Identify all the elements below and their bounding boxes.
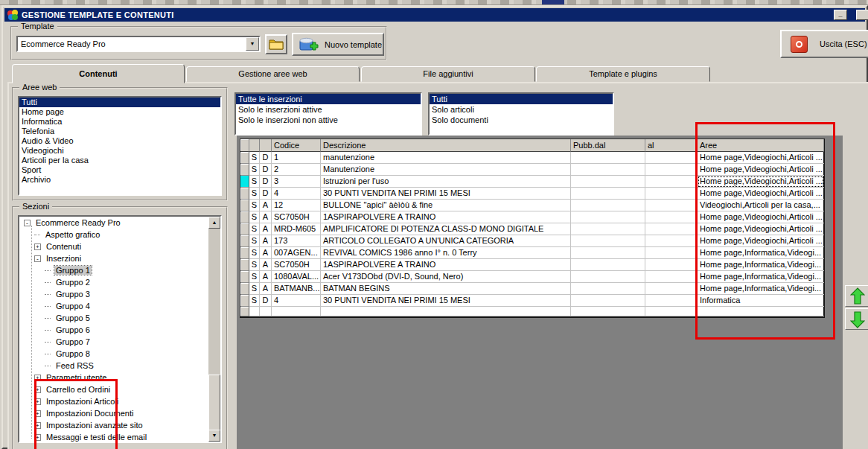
new-template-button[interactable]: Nuovo template: [292, 33, 384, 56]
tree-item-label[interactable]: Gruppo 7: [54, 337, 92, 346]
list-item[interactable]: Home page: [19, 107, 220, 117]
tree-item[interactable]: +Impostazioni avanzate sito: [19, 419, 220, 431]
tree-item-label[interactable]: Contenuti: [45, 242, 83, 251]
minimize-button[interactable]: _: [834, 10, 847, 20]
tree-item[interactable]: Gruppo 7: [19, 336, 220, 348]
tree-item[interactable]: +Carrello ed Ordini: [19, 383, 220, 395]
move-down-button[interactable]: [845, 308, 868, 330]
tree-item[interactable]: Gruppo 2: [19, 276, 220, 288]
expand-icon[interactable]: +: [34, 434, 41, 441]
row-selector-cell[interactable]: [240, 295, 249, 307]
scrollbar-thumb[interactable]: [208, 375, 220, 433]
expand-icon[interactable]: +: [34, 422, 41, 429]
collapse-icon[interactable]: -: [24, 220, 31, 226]
tree-item-label[interactable]: Impostazioni Articoli: [45, 397, 120, 406]
row-selector-cell[interactable]: [240, 211, 249, 223]
tree-item-label[interactable]: Impostazioni Documenti: [45, 409, 135, 418]
row-selector-cell[interactable]: [240, 271, 249, 283]
collapse-icon[interactable]: -: [34, 255, 41, 262]
table-row[interactable]: S D 1 manutenzione Home page,Videogiochi…: [240, 152, 823, 164]
list-item[interactable]: Solo le inserzioni attive: [236, 104, 421, 115]
tree-item[interactable]: Gruppo 1: [19, 264, 220, 276]
tree-item[interactable]: +Parametri utente: [19, 372, 220, 383]
tree-item[interactable]: Gruppo 6: [19, 324, 220, 336]
tab-template-e-plugins[interactable]: Template e plugins: [536, 66, 710, 82]
combobox-dropdown-button[interactable]: ▼: [246, 37, 259, 51]
table-row[interactable]: S A 12 BULLONE ''apici'' àèìòù & fine Vi…: [240, 200, 823, 211]
table-row[interactable]: S A SC7050H 1ASPIRAPOLVERE A TRAINO Home…: [240, 259, 823, 271]
expand-icon[interactable]: +: [34, 386, 41, 393]
exit-button[interactable]: Uscita (ESC): [780, 30, 868, 58]
expand-icon[interactable]: +: [34, 375, 41, 381]
tree-item[interactable]: +Contenuti: [19, 241, 220, 252]
table-row[interactable]: S A MRD-M605 AMPLIFICATORE DI POTENZA CL…: [240, 223, 823, 235]
tree-item-label[interactable]: Gruppo 5: [54, 313, 92, 322]
row-selector-cell[interactable]: [240, 152, 249, 164]
tree-item[interactable]: Gruppo 4: [19, 300, 220, 312]
cell-aree[interactable]: Home page,Informatica,Videogi...: [698, 271, 824, 283]
cell-aree[interactable]: Videogiochi,Articoli per la casa,...: [698, 200, 824, 211]
tree-item[interactable]: +Impostazioni Documenti: [19, 407, 220, 419]
table-row[interactable]: S D 4 30 PUNTI VENDITA NEI PRIMI 15 MESI…: [240, 188, 823, 200]
table-row[interactable]: S A SC7050H 1ASPIRAPOLVERE A TRAINO Home…: [240, 211, 823, 223]
list-item[interactable]: Telefonia: [19, 127, 220, 136]
scroll-down-icon[interactable]: ▼: [208, 430, 220, 442]
tree-item[interactable]: Gruppo 5: [19, 312, 220, 324]
row-selector-cell[interactable]: [240, 200, 249, 211]
tree-item[interactable]: -Inserzioni: [19, 252, 220, 264]
list-item[interactable]: Videogiochi: [19, 146, 220, 156]
tree-item-label[interactable]: Inserzioni: [45, 254, 83, 263]
table-row[interactable]: S A BATMANB... BATMAN BEGINS Home page,I…: [240, 283, 823, 295]
active-row-marker[interactable]: [240, 176, 249, 188]
cell-aree[interactable]: Home page,Informatica,Videogi...: [698, 283, 824, 295]
cell-aree-focused[interactable]: Home page,Videogiochi,Articoli ...: [698, 176, 824, 188]
list-item[interactable]: Tutti: [430, 94, 613, 104]
row-selector-cell[interactable]: [240, 283, 249, 295]
row-selector-cell[interactable]: [240, 307, 249, 316]
row-selector-cell[interactable]: [240, 259, 249, 271]
tree-item[interactable]: Feed RSS: [19, 360, 220, 372]
move-up-button[interactable]: [845, 285, 868, 307]
header-al[interactable]: al: [645, 139, 698, 152]
tree-item[interactable]: -Ecommerce Ready Pro: [19, 217, 220, 229]
cell-aree[interactable]: Home page,Informatica,Videogi...: [698, 259, 824, 271]
tree-item[interactable]: +Impostazioni Articoli: [19, 395, 220, 407]
list-item[interactable]: Sport: [19, 165, 220, 175]
cell-aree[interactable]: Home page,Videogiochi,Articoli ...: [698, 164, 824, 176]
list-item[interactable]: Archivio: [19, 175, 220, 185]
list-item[interactable]: Informatica: [19, 117, 220, 127]
tab-contenuti[interactable]: Contenuti: [12, 64, 185, 83]
list-item[interactable]: Articoli per la casa: [19, 156, 220, 165]
list-item[interactable]: Solo articoli: [430, 104, 613, 115]
tree-item-label[interactable]: Gruppo 4: [54, 302, 92, 311]
table-row[interactable]: S A 173 ARTICOLO COLLEGATO A UN'UNICA CA…: [240, 235, 823, 247]
row-selector-cell[interactable]: [240, 247, 249, 259]
cell-aree[interactable]: Home page,Videogiochi,Articoli ...: [698, 211, 824, 223]
row-selector-cell[interactable]: [240, 188, 249, 200]
window-button-partial[interactable]: [856, 10, 868, 20]
expand-icon[interactable]: +: [34, 243, 41, 250]
cell-aree[interactable]: Home page,Videogiochi,Articoli ...: [698, 188, 824, 200]
tree-item-label[interactable]: Gruppo 2: [54, 278, 92, 287]
tree-scrollbar[interactable]: ▲ ▼: [208, 217, 220, 442]
list-item[interactable]: Tutti: [19, 98, 220, 107]
table-row-active[interactable]: S D 3 Istruzioni per l'uso Home page,Vid…: [240, 176, 823, 188]
tree-item-label[interactable]: Gruppo 8: [54, 349, 92, 358]
scroll-up-icon[interactable]: ▲: [208, 217, 220, 229]
tree-item-label[interactable]: Impostazioni avanzate sito: [45, 421, 144, 430]
tree-item-label[interactable]: Feed RSS: [54, 361, 95, 370]
row-selector-cell[interactable]: [240, 235, 249, 247]
open-folder-button[interactable]: [265, 34, 287, 54]
tree-item-label[interactable]: Carrello ed Ordini: [45, 385, 112, 394]
list-item[interactable]: Audio & Video: [19, 136, 220, 146]
tree-item[interactable]: Gruppo 8: [19, 348, 220, 360]
cell-aree[interactable]: Home page,Videogiochi,Articoli ...: [698, 152, 824, 164]
tree-item-label[interactable]: Gruppo 6: [54, 325, 92, 334]
list-item[interactable]: Solo documenti: [430, 115, 613, 125]
expand-icon[interactable]: +: [34, 410, 41, 417]
cell-aree[interactable]: Home page,Videogiochi,Articoli ...: [698, 235, 824, 247]
tree-item-label-selected[interactable]: Gruppo 1: [54, 266, 92, 275]
header-pubb-dal[interactable]: Pubb.dal: [571, 139, 645, 152]
expand-icon[interactable]: +: [34, 398, 41, 405]
table-row[interactable]: S D 2 Manutenzione Home page,Videogiochi…: [240, 164, 823, 176]
